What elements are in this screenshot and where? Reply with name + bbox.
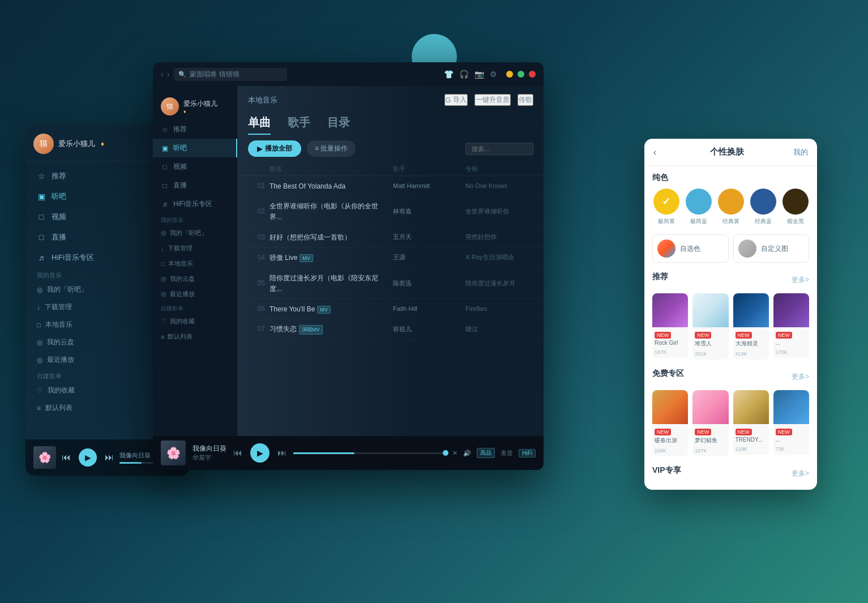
- skin-item[interactable]: NEW ... 73K: [773, 390, 809, 456]
- recommend-more-button[interactable]: 更多>: [792, 275, 809, 285]
- free-title: 免费专区: [652, 369, 684, 379]
- skin-item[interactable]: NEW ... 170K: [773, 293, 809, 360]
- sidebar-download[interactable]: ↓ 下载管理: [153, 241, 237, 256]
- sidebar-cloud[interactable]: ◎ 我的云盘: [153, 271, 237, 286]
- vip-more-button[interactable]: 更多>: [792, 469, 809, 478]
- minimize-button[interactable]: [506, 71, 513, 78]
- custom-color-item[interactable]: 自选色: [652, 234, 729, 263]
- shirt-icon[interactable]: 👕: [444, 70, 454, 79]
- titlebar-search[interactable]: 🔍 蒙面唱将 猜猜猜: [174, 68, 287, 81]
- maximize-button[interactable]: [518, 71, 524, 78]
- player-play-button[interactable]: ▶: [250, 443, 270, 463]
- skin-item[interactable]: NEW 大海精灵 413K: [733, 293, 769, 360]
- nav-forward-button[interactable]: ›: [167, 70, 170, 79]
- settings-icon[interactable]: ⚙: [490, 70, 497, 79]
- custom-image-item[interactable]: 自定义图: [733, 234, 810, 263]
- player-prev-button[interactable]: ⏮: [233, 448, 242, 458]
- sidebar-my-listening[interactable]: ◎ 我的「听吧」: [153, 225, 237, 241]
- player-thumbnail: 🌸: [161, 441, 186, 465]
- color-swatch-item[interactable]: 极简黄: [652, 189, 680, 225]
- skin-panel-header: ‹ 个性换肤 我的: [644, 139, 817, 166]
- tab-artists[interactable]: 歌手: [288, 115, 310, 135]
- skin-new-badge: NEW: [655, 332, 671, 339]
- volume-icon[interactable]: 🔊: [463, 450, 471, 457]
- batch-button[interactable]: ≡ 批量操作: [307, 140, 356, 157]
- color-swatch: [718, 189, 744, 215]
- progress-fill: [293, 452, 354, 454]
- shuffle-icon[interactable]: ✕: [452, 450, 457, 457]
- player-progress[interactable]: [293, 452, 446, 454]
- sidebar-default-list[interactable]: ≡ 默认列表: [153, 329, 237, 344]
- wb-next-button[interactable]: ⏭: [105, 452, 114, 463]
- color-swatch-item[interactable]: 极简蓝: [685, 189, 712, 225]
- custom-color-icon: [657, 240, 675, 258]
- skin-thumbnail: [652, 390, 688, 424]
- song-album: No One Knows: [465, 182, 533, 189]
- window-control-buttons: [506, 71, 536, 78]
- video-icon: □: [37, 212, 46, 221]
- vip-title: VIP专享: [652, 465, 681, 476]
- close-button[interactable]: [529, 71, 536, 78]
- skin-new-badge: NEW: [776, 332, 792, 339]
- import-button[interactable]: G 导入: [444, 94, 468, 106]
- camera-icon[interactable]: 📷: [474, 70, 484, 79]
- custom-image-label: 自定义图: [761, 244, 788, 254]
- heart-icon: ♡: [37, 387, 43, 395]
- skin-panel: ‹ 个性换肤 我的 纯色 极简黄 极简蓝 经典黄 经典蓝 糯金黑 自选色 自定义…: [644, 139, 817, 490]
- sidebar-favorites[interactable]: ♡ 我的收藏: [153, 314, 237, 329]
- player-artist: 华晨宇: [193, 454, 226, 462]
- headphones-icon[interactable]: 🎧: [459, 70, 469, 79]
- color-swatch-item[interactable]: 经典黄: [717, 189, 745, 225]
- table-row[interactable]: 03 好好（想把你写成一首歌） 五月天 突然好想你: [238, 227, 544, 247]
- table-row[interactable]: 02 全世界谁倾听你（电影《从你的全世界... 林宥嘉 全世界谁倾听你: [238, 196, 544, 227]
- skin-info: NEW 大海精灵 413K: [733, 327, 769, 360]
- tab-songs[interactable]: 单曲: [248, 115, 271, 135]
- color-swatch: [750, 189, 776, 215]
- wb-vip-badge: ♦: [101, 140, 104, 148]
- sidebar-hifi[interactable]: ♬ HiFi音乐专区: [153, 195, 237, 213]
- table-row[interactable]: 07 习惯失恋演唱MV 容祖儿 嗯泣: [238, 319, 544, 340]
- skin-thumbnail: [692, 390, 728, 424]
- sidebar-local[interactable]: □ 本地音乐: [153, 256, 237, 271]
- nav-back-button[interactable]: ‹: [161, 70, 164, 79]
- skin-panel-back-button[interactable]: ‹: [653, 147, 656, 157]
- skin-thumbnail: [733, 390, 769, 424]
- sidebar-recommend[interactable]: ☆ 推荐: [153, 120, 237, 139]
- table-row[interactable]: 05 陪你度过漫长岁月（电影《陪安东尼度... 陈奕迅 陪你度过漫长岁月: [238, 268, 544, 299]
- skin-item[interactable]: NEW 梦幻鲸鱼 197K: [692, 390, 728, 456]
- color-swatch-item[interactable]: 经典蓝: [749, 189, 777, 225]
- song-name-cell: 好好（想把你写成一首歌）: [270, 232, 388, 242]
- list-icon: ≡: [37, 404, 41, 412]
- table-row[interactable]: 06 There You'll BeMV Faith Hill Fireflie…: [238, 299, 544, 319]
- color-swatch-item[interactable]: 糯金黑: [781, 189, 809, 225]
- recent-nav-icon: ◎: [161, 290, 166, 298]
- song-search-input[interactable]: [465, 143, 533, 155]
- sidebar-video[interactable]: □ 视频: [153, 157, 237, 176]
- song-name: 全世界谁倾听你（电影《从你的全世界...: [270, 202, 378, 221]
- sidebar-live[interactable]: □ 直播: [153, 176, 237, 195]
- wb-prev-button[interactable]: ⏮: [62, 452, 71, 463]
- upload-button[interactable]: 传歌: [518, 94, 533, 106]
- enhance-button[interactable]: 一键升音质: [474, 94, 511, 106]
- wb-play-button[interactable]: ▶: [79, 448, 97, 467]
- play-all-button[interactable]: ▶ 播放全部: [248, 140, 301, 157]
- table-row[interactable]: 04 骄傲 LiveMV 王源 X-Roy生日演唱会: [238, 247, 544, 268]
- skin-item[interactable]: NEW 暖春出游 156K: [652, 390, 688, 456]
- content-tabs: 单曲 歌手 目录: [238, 110, 544, 135]
- sidebar-recent[interactable]: ◎ 最近播放: [153, 286, 237, 302]
- song-artist: Matt Hammitt: [393, 182, 461, 189]
- sidebar-listening[interactable]: ▣ 听吧: [153, 139, 237, 157]
- skin-item[interactable]: NEW TRENDY... 119K: [733, 390, 769, 456]
- skin-item[interactable]: NEW Rock Girl 187K: [652, 293, 688, 360]
- tab-albums[interactable]: 目录: [327, 115, 350, 135]
- progress-bar[interactable]: [293, 452, 446, 454]
- song-name: 习惯失恋: [270, 325, 297, 333]
- skin-item[interactable]: NEW 堆雪人 201K: [692, 293, 728, 360]
- song-badge: MV: [300, 254, 313, 262]
- nav-buttons: ‹ ›: [161, 70, 169, 79]
- skin-panel-my-button[interactable]: 我的: [793, 147, 808, 157]
- recent-icon: ◎: [37, 356, 42, 364]
- free-more-button[interactable]: 更多>: [792, 372, 809, 382]
- table-row[interactable]: 01 The Best Of Yolanda Ada Matt Hammitt …: [238, 176, 544, 196]
- player-next-button[interactable]: ⏭: [277, 448, 287, 458]
